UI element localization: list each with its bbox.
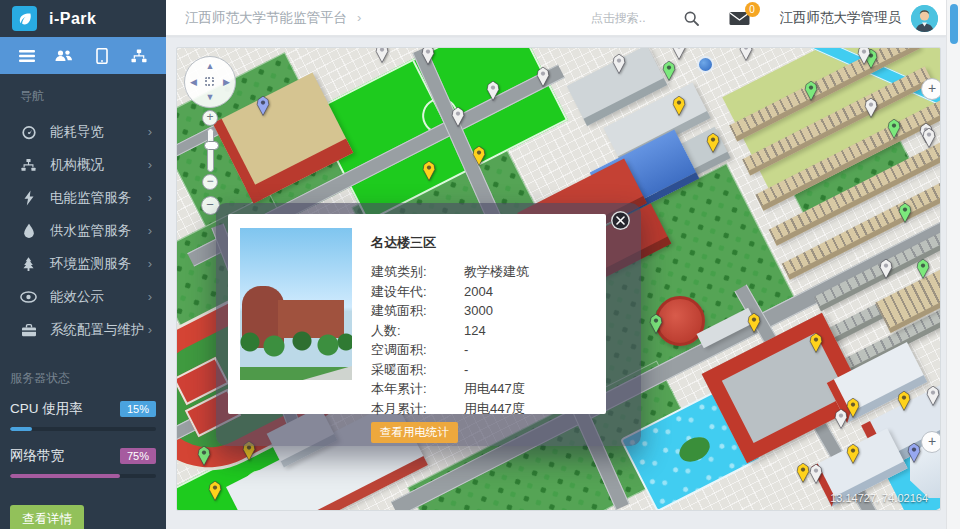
map-coordinates-readout: 13.14727, 74.02164 [830,492,928,504]
pan-center-icon[interactable] [205,77,214,86]
app-logo-text: i-Park [49,10,96,28]
map-marker[interactable] [374,47,390,63]
droplet-icon [20,222,37,239]
map-marker[interactable] [420,47,436,65]
page-scrollbar[interactable] [946,0,960,529]
leaf-icon [12,6,37,31]
field-value: 124 [464,321,594,341]
map-marker[interactable] [485,80,501,101]
menu-icon[interactable] [10,41,44,71]
map-marker[interactable] [671,95,687,116]
map-edge-plus-button[interactable]: + [921,431,941,453]
current-user-name[interactable]: 江西师范大学管理员 [780,9,902,27]
map-marker[interactable] [896,390,912,411]
sidebar-item-water-service[interactable]: 供水监管服务 › [0,214,166,247]
field-value: 2004 [464,282,594,302]
map-marker[interactable] [705,132,721,153]
building-info-card: 名达楼三区 建筑类别:教学楼建筑 建设年代:2004 建筑面积:3000 人数:… [228,214,606,414]
map-marker[interactable] [671,47,687,60]
bandwidth-badge: 75% [120,448,156,464]
map-marker[interactable] [196,445,212,466]
map-marker[interactable] [450,106,466,127]
pan-left-icon[interactable]: ◀ [190,78,197,87]
breadcrumb[interactable]: 江西师范大学节能监管平台 [185,9,347,27]
zoom-out-button[interactable]: − [202,174,218,190]
map-marker[interactable] [746,312,762,333]
zoom-slider-handle[interactable] [204,141,219,150]
sidebar-item-system-config[interactable]: 系统配置与维护 › [0,313,166,346]
cpu-usage-row: CPU 使用率 15% [0,400,166,418]
sidebar-item-energy-publicity[interactable]: 能效公示 › [0,280,166,313]
map-marker[interactable] [661,60,677,81]
gauge-icon [20,123,37,140]
map-marker[interactable] [808,463,824,484]
users-icon[interactable] [47,41,81,71]
map-marker[interactable] [845,443,861,464]
map-marker[interactable] [886,118,902,139]
sidebar-item-environment-service[interactable]: 环境监测服务 › [0,247,166,280]
building-info-popup: 名达楼三区 建筑类别:教学楼建筑 建设年代:2004 建筑面积:3000 人数:… [216,203,641,446]
zoom-in-button[interactable]: + [202,110,218,126]
map-marker[interactable] [856,47,872,65]
sidebar: i-Park 导航 能耗导览 › 机构概况 › [0,0,166,529]
map-marker[interactable] [897,202,913,223]
map-marker[interactable] [738,47,754,61]
chevron-right-icon: › [148,157,152,172]
sidebar-item-organization[interactable]: 机构概况 › [0,148,166,181]
view-electricity-stats-button[interactable]: 查看用电统计 [371,422,458,443]
info-row: 建筑面积:3000 [371,301,594,321]
sidebar-item-electric-service[interactable]: 电能监管服务 › [0,181,166,214]
mail-icon[interactable]: 0 [729,11,750,26]
map-marker[interactable] [808,332,824,353]
campus-map[interactable]: ▲ ▼ ◀ ▶ + − − + + 13.14727, 74.02164 [176,47,941,511]
field-label: 本月累计: [371,399,464,419]
eye-icon [20,288,37,305]
map-marker[interactable] [878,258,894,279]
map-pan-control[interactable]: ▲ ▼ ◀ ▶ [184,56,236,108]
info-row: 本年累计:用电447度 [371,379,594,399]
chevron-right-icon: › [148,256,152,271]
pan-down-icon[interactable]: ▼ [206,93,215,102]
sidebar-item-energy-overview[interactable]: 能耗导览 › [0,115,166,148]
search-icon[interactable] [684,11,699,26]
map-marker[interactable] [255,95,271,116]
map-marker[interactable] [535,66,551,87]
map-marker[interactable] [863,97,879,118]
sidebar-item-label: 能耗导览 [50,123,148,141]
search-input[interactable]: 点击搜索.. [591,10,646,27]
sitemap-icon[interactable] [122,41,156,71]
cpu-usage-bar-fill [10,427,32,431]
nav-section-label: 导航 [0,74,166,115]
map-marker[interactable] [915,258,931,279]
user-avatar[interactable] [911,5,938,32]
chevron-right-icon: › [148,322,152,337]
field-label: 建筑类别: [371,262,464,282]
notification-badge: 0 [745,2,760,17]
close-icon[interactable] [611,211,630,230]
map-marker[interactable] [611,53,627,74]
info-row: 本月累计:用电447度 [371,399,594,419]
map-marker[interactable] [921,127,937,148]
map-marker[interactable] [803,80,819,101]
map-edge-plus-button[interactable]: + [921,78,941,100]
bandwidth-bar-fill [10,474,120,478]
map-marker[interactable] [833,408,849,429]
server-status-section: 服务器状态 CPU 使用率 15% 网络带宽 75% 查看详情 [0,360,166,529]
tablet-icon[interactable] [85,41,119,71]
map-marker[interactable] [925,385,941,406]
map-marker[interactable] [207,480,223,501]
map-marker[interactable] [648,313,664,334]
pan-up-icon[interactable]: ▲ [206,62,215,71]
field-value: - [464,340,594,360]
scrollbar-thumb[interactable] [950,4,958,44]
info-row: 空调面积:- [371,340,594,360]
cpu-usage-label: CPU 使用率 [10,400,83,418]
map-marker[interactable] [906,442,922,463]
view-details-button[interactable]: 查看详情 [10,505,84,529]
pan-right-icon[interactable]: ▶ [223,78,230,87]
zoom-slider-track[interactable] [207,128,214,172]
map-marker[interactable] [421,160,437,181]
map-marker[interactable] [471,145,487,166]
info-row: 人数:124 [371,321,594,341]
logo-bar: i-Park [0,0,166,37]
